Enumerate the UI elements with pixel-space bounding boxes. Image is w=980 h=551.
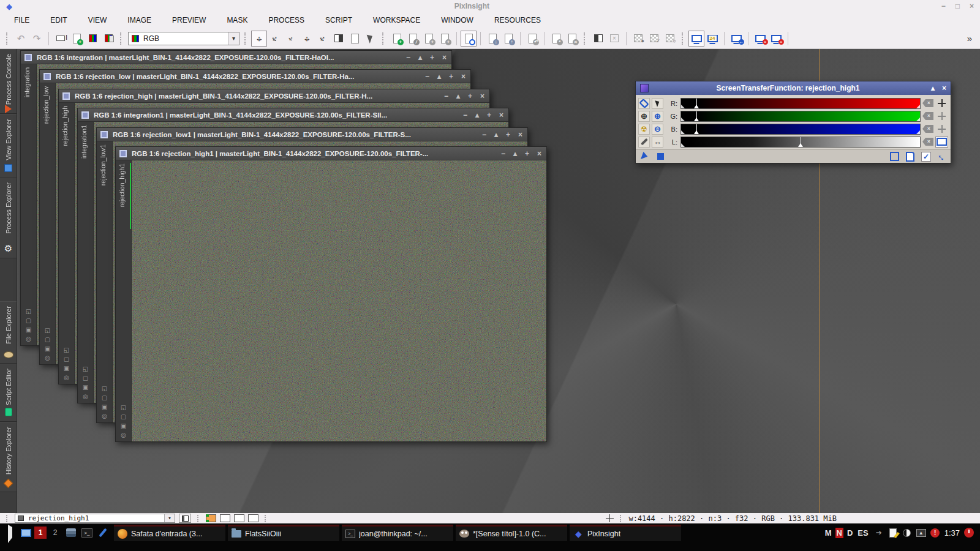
delete-process-icon[interactable]: [564, 31, 580, 47]
toolbar-handle[interactable]: [6, 32, 9, 45]
window-center-icon[interactable]: ◎: [64, 374, 69, 381]
mask-invert-icon[interactable]: ●: [630, 31, 646, 47]
stf-tool-icon[interactable]: ☢: [638, 124, 650, 135]
tray-clipboard-icon[interactable]: [888, 528, 898, 538]
window-fit-icon[interactable]: ▢: [102, 394, 107, 401]
menu-item[interactable]: EDIT: [40, 16, 77, 24]
editor-launcher-icon[interactable]: [96, 525, 110, 540]
window-fit-icon[interactable]: ▢: [83, 375, 88, 381]
view-tab[interactable]: rejection_low: [42, 86, 50, 124]
tray-indicator-letter[interactable]: N: [835, 528, 843, 538]
expand-mode-icon[interactable]: [267, 31, 283, 47]
stf-tool-icon[interactable]: ⊕: [652, 111, 663, 122]
menu-item[interactable]: VIEW: [78, 16, 118, 24]
window-center-icon[interactable]: ◎: [121, 432, 126, 438]
stf-tool-icon[interactable]: ⊕: [638, 111, 650, 122]
stf-midtones-marker[interactable]: [801, 137, 801, 147]
window-resize-icon[interactable]: ◱: [102, 385, 107, 392]
tray-theme-icon[interactable]: [902, 528, 912, 538]
menu-item[interactable]: PROCESS: [258, 16, 315, 24]
dock-tab[interactable]: History Explorer: [0, 422, 17, 492]
app-minimize-button[interactable]: −: [941, 2, 946, 10]
stf-tool-icon[interactable]: [638, 98, 650, 109]
app-maximize-button[interactable]: □: [956, 2, 960, 10]
stf-tool-icon[interactable]: ⊖: [652, 124, 663, 135]
window-maximize-button[interactable]: +: [449, 73, 453, 80]
clock[interactable]: 1:37: [944, 528, 960, 538]
window-close-button[interactable]: ×: [461, 73, 466, 80]
dock-tab[interactable]: [0, 258, 17, 301]
taskbar-task[interactable]: FlatsSiiOiii: [228, 525, 339, 541]
window-resize-icon[interactable]: ◱: [26, 308, 31, 315]
show-mask-icon[interactable]: [590, 31, 606, 47]
process-settings-icon[interactable]: [548, 31, 564, 47]
taskbar-task[interactable]: Safata d'entrada (3...: [114, 525, 225, 541]
apply-stf-icon[interactable]: [728, 31, 744, 47]
image-window-titlebar[interactable]: RGB 1:6 integration1 | masterLight_BIN-1…: [78, 108, 508, 122]
drag-mode-icon[interactable]: [315, 31, 331, 47]
color-profile-icon[interactable]: [100, 31, 116, 47]
stf-midtones-marker[interactable]: [696, 124, 697, 134]
display-channel-selector[interactable]: RGB ▾: [128, 32, 239, 45]
window-close-button[interactable]: ×: [442, 54, 447, 61]
redo-icon[interactable]: ↷: [29, 33, 45, 44]
stf-reset-channel-icon[interactable]: [922, 125, 933, 133]
image-window-titlebar[interactable]: RGB 1:6 integration | masterLight_BIN-1_…: [21, 51, 451, 64]
window-resize-icon[interactable]: ◱: [121, 404, 126, 411]
window-shade-button[interactable]: ▴: [475, 111, 479, 119]
tray-indicator-letter[interactable]: ES: [856, 528, 869, 538]
tray-keyboard-icon[interactable]: [916, 528, 926, 538]
stf-tool-icon[interactable]: [652, 98, 663, 109]
save-process-icon[interactable]: [437, 31, 453, 47]
window-maximize-button[interactable]: +: [430, 54, 434, 61]
window-views-icon[interactable]: ▣: [83, 384, 88, 391]
new-image-icon[interactable]: [69, 31, 85, 47]
workspace-thumbnail[interactable]: [234, 514, 244, 522]
menu-item[interactable]: SCRIPT: [315, 16, 363, 24]
stf-new-instance-icon[interactable]: [889, 152, 899, 162]
reset-stf-icon[interactable]: [752, 31, 768, 47]
window-fit-icon[interactable]: ▢: [121, 413, 126, 420]
stf-channel-extra-icon[interactable]: [935, 124, 948, 135]
load-project-icon[interactable]: [484, 31, 500, 47]
window-fit-icon[interactable]: ▢: [45, 336, 50, 343]
window-maximize-button[interactable]: +: [468, 92, 472, 100]
window-minimize-button[interactable]: −: [444, 92, 448, 100]
window-resize-icon[interactable]: ◱: [45, 327, 50, 334]
image-window[interactable]: RGB 1:6 rejection_high1 | masterLight_BI…: [115, 146, 547, 442]
color-management-icon[interactable]: [85, 31, 100, 47]
menu-item[interactable]: IMAGE: [117, 16, 162, 24]
menu-item[interactable]: WORKSPACE: [363, 16, 431, 24]
toolbar-handle[interactable]: [244, 32, 247, 45]
view-tab[interactable]: integration1: [80, 125, 88, 159]
view-mode-button[interactable]: [179, 514, 191, 523]
contract-mode-icon[interactable]: [283, 31, 299, 47]
menu-item[interactable]: RESOURCES: [484, 16, 551, 24]
cursor-mode-icon[interactable]: [363, 31, 379, 47]
readout-crosshair-icon[interactable]: [606, 514, 614, 522]
dock-tab[interactable]: File Explorer: [0, 301, 17, 364]
window-center-icon[interactable]: ◎: [102, 413, 107, 419]
view-selector[interactable]: rejection_high1 ▾: [15, 514, 175, 523]
taskbar-task[interactable]: *[Sense títol]-1.0 (C...: [456, 525, 567, 541]
stf-gradient-bar[interactable]: [680, 137, 921, 148]
show-desktop-icon[interactable]: [2, 525, 17, 540]
dock-tab[interactable]: Process Console: [0, 49, 17, 114]
window-views-icon[interactable]: ▣: [64, 365, 69, 372]
window-close-button[interactable]: ×: [499, 111, 503, 119]
stf-enabled-checkbox[interactable]: ✓: [921, 152, 931, 162]
stf-channel-extra-icon[interactable]: [935, 98, 948, 109]
stf-tool-icon[interactable]: [638, 137, 650, 148]
menu-item[interactable]: FILE: [4, 16, 40, 24]
window-resize-icon[interactable]: ◱: [64, 347, 69, 353]
window-maximize-button[interactable]: +: [525, 150, 529, 157]
stf-channel-extra-icon[interactable]: [935, 137, 948, 148]
window-views-icon[interactable]: ▣: [26, 326, 31, 333]
find-process-icon[interactable]: [461, 31, 477, 47]
workspace-thumbnail[interactable]: [206, 514, 216, 522]
tray-indicator-letter[interactable]: M: [824, 528, 833, 538]
dock-tab[interactable]: View Explorer: [0, 114, 17, 178]
toolbar-handle[interactable]: [682, 32, 685, 45]
window-shade-button[interactable]: ▴: [513, 150, 517, 157]
move-icon[interactable]: [299, 31, 315, 47]
